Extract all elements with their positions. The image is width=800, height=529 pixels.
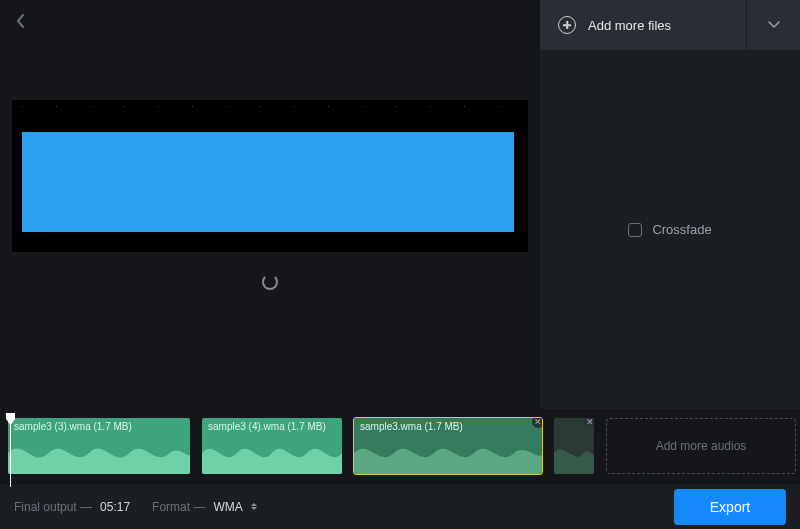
clip-waveform [8,432,190,474]
remove-clip-button[interactable]: ✕ [532,418,542,428]
back-button[interactable] [12,12,30,30]
sidebar: Add more files Crossfade [540,0,800,409]
chevron-down-icon [768,21,780,29]
audio-clip-trailing[interactable]: ✕ [554,418,594,474]
waveform-panel[interactable] [12,100,528,252]
sidebar-header: Add more files [540,0,800,50]
export-button[interactable]: Export [674,489,786,525]
remove-clip-button[interactable]: ✕ [584,418,594,428]
expand-files-button[interactable] [746,0,800,50]
timeline[interactable]: sample3 (3).wma (1.7 MB) sample3 (4).wma… [0,409,800,483]
audio-clip[interactable]: sample3 (4).wma (1.7 MB) [202,418,342,474]
plus-circle-icon [558,16,576,34]
waveform-main [22,112,514,252]
add-more-audios-button[interactable]: Add more audios [606,418,796,474]
add-more-audios-label: Add more audios [656,439,747,453]
loading-spinner-icon [262,274,278,290]
audio-clip[interactable]: sample3 (3).wma (1.7 MB) [8,418,190,474]
playhead[interactable] [6,413,15,425]
final-output-info: Final output — 05:17 [14,500,130,514]
checkbox-icon [628,223,642,237]
footer-bar: Final output — 05:17 Format — WMA Export [0,483,800,529]
final-output-value: 05:17 [100,500,130,514]
clip-label: sample3 (4).wma (1.7 MB) [208,421,326,432]
crossfade-label: Crossfade [652,222,711,237]
add-files-label: Add more files [588,18,671,33]
format-select[interactable]: Format — WMA [152,500,257,514]
crossfade-toggle[interactable]: Crossfade [540,222,800,237]
clip-label: sample3 (3).wma (1.7 MB) [14,421,132,432]
format-caption: Format — [152,500,205,514]
final-output-caption: Final output — [14,500,92,514]
chevron-left-icon [16,14,26,28]
clip-label: sample3.wma (1.7 MB) [360,421,463,432]
svg-rect-0 [22,132,514,232]
sort-icon [251,503,257,510]
preview-pane [0,0,540,409]
audio-clip-selected[interactable]: sample3.wma (1.7 MB) ✕ [354,418,542,474]
clip-waveform [554,432,594,474]
format-value: WMA [213,500,242,514]
bottom-panel: sample3 (3).wma (1.7 MB) sample3 (4).wma… [0,409,800,529]
clip-waveform [202,432,342,474]
clip-waveform [354,432,542,474]
add-more-files-button[interactable]: Add more files [540,0,746,50]
